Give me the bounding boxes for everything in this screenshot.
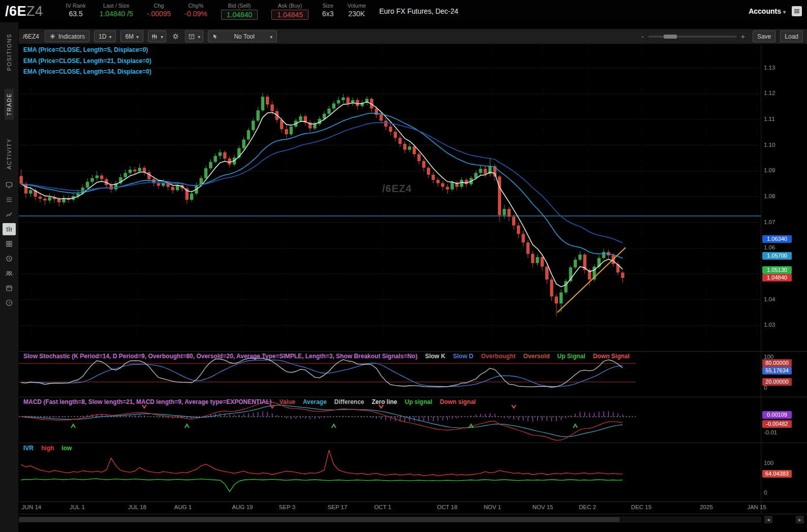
quote-field-chg-: Chg%-0.09%	[184, 3, 207, 18]
monitor-icon[interactable]	[3, 179, 16, 191]
axis-price-bubble: 1.06340	[762, 235, 792, 243]
chevron-down-icon	[161, 33, 163, 40]
sidebar-tabs: POSITIONSTRADEACTIVITY	[0, 22, 18, 181]
layout-grid-icon	[188, 33, 195, 40]
axis-label: 0	[764, 385, 767, 391]
left-sidebar: POSITIONSTRADEACTIVITY ?	[0, 22, 19, 532]
zoom-control: - +	[641, 33, 745, 41]
field-value[interactable]: 1.04845	[271, 10, 308, 20]
svg-text:?: ?	[8, 301, 11, 305]
time-scrollbar[interactable]	[19, 517, 761, 522]
axis-label: 1.09	[764, 167, 775, 173]
chart-icon[interactable]	[3, 223, 16, 235]
indicators-button[interactable]: Indicators	[45, 30, 89, 42]
quote-field-chg: Chg-.00095	[147, 3, 171, 18]
zoom-slider-thumb[interactable]	[664, 35, 677, 39]
axis-price-bubble: 0.00109	[762, 411, 792, 419]
sidebar-icons: ?	[0, 179, 18, 309]
range-dropdown[interactable]: 6M	[120, 30, 143, 42]
quote-field-ask-buy-: Ask (Buy)1.04845	[271, 3, 308, 20]
symbol-title: /6EZ4	[0, 4, 43, 19]
time-axis-label: 2025	[700, 504, 713, 510]
field-value: 1.04840 /5	[100, 10, 133, 18]
header-right: Accounts	[749, 6, 807, 16]
price-chart-canvas[interactable]	[19, 45, 761, 351]
time-scrollbar-thumb[interactable]	[19, 517, 619, 522]
chart-settings-button[interactable]	[171, 33, 180, 40]
sidebar-tab-positions[interactable]: POSITIONS	[5, 29, 14, 75]
field-value: 230K	[348, 10, 366, 18]
people-icon[interactable]	[3, 267, 16, 279]
trading-platform-window: /6EZ4 IV Rank63.5Last / Size1.04840 /5Ch…	[0, 0, 807, 532]
time-axis-label: SEP 3	[279, 504, 295, 510]
field-label: Volume	[348, 3, 366, 9]
quote-field-last-size: Last / Size1.04840 /5	[100, 3, 133, 18]
field-label: Last / Size	[100, 3, 133, 9]
scroll-left-button[interactable]: ◂	[764, 516, 772, 523]
gear-icon	[172, 33, 179, 40]
field-label: Chg%	[184, 3, 207, 9]
panel-divider	[19, 502, 807, 502]
drawing-tool-dropdown[interactable]: No Tool	[208, 30, 277, 42]
chevron-down-icon	[109, 33, 111, 40]
accounts-label: Accounts	[749, 7, 781, 15]
ivr-panel-canvas[interactable]	[19, 443, 761, 502]
grid-icon[interactable]	[3, 238, 16, 250]
axis-price-bubble: 80.00000	[762, 359, 792, 367]
macd-panel-canvas[interactable]	[19, 397, 761, 443]
quote-header: /6EZ4 IV Rank63.5Last / Size1.04840 /5Ch…	[0, 0, 807, 22]
axis-price-bubble: 1.05700	[762, 252, 792, 260]
field-label: Ask (Buy)	[271, 3, 308, 9]
candles-icon	[151, 33, 158, 40]
axis-label: 1.10	[764, 142, 775, 148]
sidebar-tab-trade[interactable]: TRADE	[5, 89, 14, 120]
axis-label: 1.13	[764, 65, 775, 71]
chart-type-dropdown[interactable]	[148, 30, 166, 42]
axis-price-bubble: 20.00000	[762, 378, 792, 386]
field-value[interactable]: 1.04840	[221, 10, 258, 20]
scroll-right-button[interactable]: ▸	[796, 516, 804, 523]
axis-label: 1.05	[764, 270, 775, 276]
time-axis-label: NOV 15	[533, 504, 553, 510]
menu-button[interactable]	[792, 6, 802, 16]
trend-notes-icon[interactable]	[3, 208, 16, 221]
calendar-icon[interactable]	[3, 282, 16, 294]
contract-description: Euro FX Futures, Dec-24	[379, 7, 458, 15]
sidebar-tab-activity[interactable]: ACTIVITY	[5, 134, 14, 174]
list-icon[interactable]	[3, 194, 16, 206]
chevron-down-icon	[198, 33, 200, 40]
time-axis-label: OCT 18	[437, 504, 457, 510]
time-axis-label: OCT 1	[374, 504, 391, 510]
field-value: -.00095	[147, 10, 171, 18]
time-axis-label: SEP 17	[328, 504, 348, 510]
axis-label: 1.11	[764, 116, 775, 122]
time-axis-label: JUN 14	[22, 504, 41, 510]
zoom-slider[interactable]	[648, 36, 737, 38]
axis-divider	[761, 45, 761, 513]
quote-field-bid-sell-: Bid (Sell)1.04840	[221, 3, 258, 20]
axis-price-bubble: 1.04840	[762, 274, 792, 281]
zoom-in-button[interactable]: +	[741, 33, 745, 41]
timeframe-value: 1D	[99, 33, 106, 40]
chart-symbol-label: /6EZ4	[23, 33, 39, 40]
layout-dropdown[interactable]	[185, 30, 203, 42]
chart-toolbar: /6EZ4 Indicators 1D 6M No Tool - + Save	[19, 29, 807, 44]
load-button[interactable]: Load	[780, 30, 803, 42]
field-value: -0.09%	[184, 10, 207, 18]
axis-label: 1.08	[764, 193, 775, 199]
clock-icon[interactable]	[3, 253, 16, 265]
time-axis-label: JUL 1	[70, 504, 85, 510]
timeframe-dropdown[interactable]: 1D	[94, 30, 116, 42]
quote-fields: IV Rank63.5Last / Size1.04840 /5Chg-.000…	[52, 3, 366, 20]
time-axis-label: NOV 1	[484, 504, 502, 510]
drawing-tool-value: No Tool	[234, 33, 254, 40]
axis-label: 1.03	[764, 322, 775, 328]
axis-price-bubble: 55.17634	[762, 367, 792, 374]
axis-price-bubble: -0.00482	[762, 420, 792, 428]
accounts-dropdown[interactable]: Accounts	[749, 7, 786, 15]
zoom-out-button[interactable]: -	[641, 33, 644, 41]
save-button[interactable]: Save	[753, 30, 775, 42]
stochastic-panel-canvas[interactable]	[19, 352, 761, 397]
help-icon[interactable]: ?	[3, 297, 16, 309]
time-axis-label: JAN 15	[747, 504, 766, 510]
